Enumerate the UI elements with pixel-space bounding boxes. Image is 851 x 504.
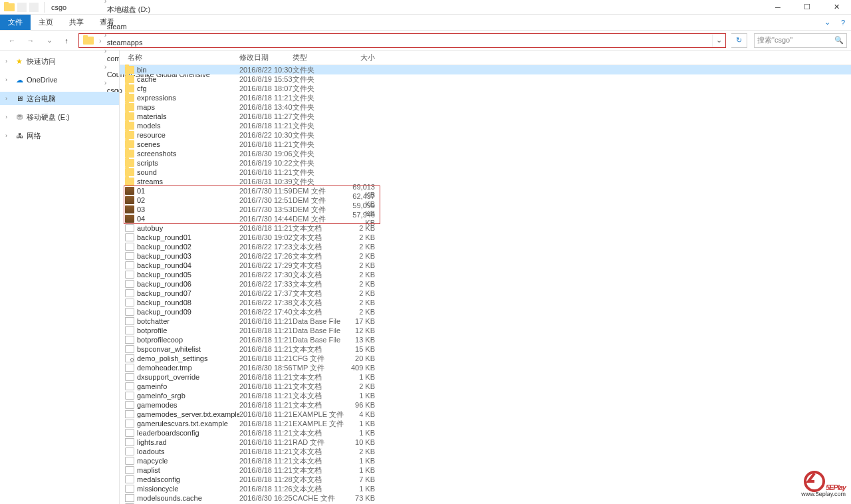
file-row[interactable]: expressions2016/8/18 11:21文件夹 xyxy=(120,93,851,102)
file-row[interactable]: gameinfo_srgb2016/8/18 11:21文本文档1 KB xyxy=(120,391,851,400)
nav-back-button[interactable]: ← xyxy=(4,33,20,49)
nav-network[interactable]: ›网络 xyxy=(0,129,119,142)
refresh-button[interactable]: ↻ xyxy=(731,33,747,48)
ribbon-tab-home[interactable]: 主页 xyxy=(31,15,61,30)
file-row[interactable]: backup_round042016/8/22 17:29文本文档2 KB xyxy=(120,261,851,270)
file-row[interactable]: sound2016/8/18 11:21文件夹 xyxy=(120,168,851,177)
file-size: 2 KB xyxy=(344,252,379,260)
col-header-name[interactable]: 名称 xyxy=(125,53,239,63)
col-header-size[interactable]: 大小 xyxy=(344,53,379,63)
file-row[interactable]: scripts2016/8/19 10:22文件夹 xyxy=(120,158,851,168)
file-row[interactable]: backup_round062016/8/22 17:33文本文档2 KB xyxy=(120,279,851,289)
file-row[interactable]: backup_round022016/8/22 17:23文本文档2 KB xyxy=(120,242,851,251)
file-row[interactable]: maplist2016/8/18 11:21文本文档1 KB xyxy=(120,465,851,475)
file-row[interactable]: gamemodes2016/8/18 11:21文本文档96 KB xyxy=(120,400,851,410)
file-row[interactable]: leaderboardsconfig2016/8/18 11:21文本文档1 K… xyxy=(120,428,851,438)
file-row[interactable]: backup_round032016/8/22 17:26文本文档2 KB xyxy=(120,251,851,261)
file-row[interactable]: mapcycle2016/8/18 11:21文本文档1 KB xyxy=(120,456,851,465)
qat-icon-1[interactable] xyxy=(17,3,27,12)
file-row[interactable]: gamemodes_server.txt.example2016/8/18 11… xyxy=(120,410,851,419)
address-bar[interactable]: › 这台电脑›本地磁盘 (D:)›steam›steamapps›common›… xyxy=(78,33,726,48)
file-row[interactable]: 022016/7/30 12:51DEM 文件62,437 KB xyxy=(120,195,851,205)
maximize-button[interactable]: ☐ xyxy=(792,0,822,15)
file-row[interactable]: botprofile2016/8/18 11:21Data Base File1… xyxy=(120,326,851,335)
file-icon xyxy=(125,317,134,325)
file-row[interactable]: demoheader.tmp2016/8/30 18:56TMP 文件409 K… xyxy=(120,363,851,372)
col-header-type[interactable]: 类型 xyxy=(293,53,344,63)
nav-removable-drive[interactable]: ›移动硬盘 (E:) xyxy=(0,110,119,124)
nav-onedrive[interactable]: ›OneDrive xyxy=(0,73,119,86)
file-row[interactable]: 032016/7/30 13:53DEM 文件59,095 KB xyxy=(120,205,851,214)
file-row[interactable]: botprofilecoop2016/8/18 11:21Data Base F… xyxy=(120,335,851,344)
file-row[interactable]: 012016/7/30 11:59DEM 文件69,013 KB xyxy=(120,186,851,195)
file-row[interactable]: resource2016/8/22 10:30文件夹 xyxy=(120,130,851,140)
file-row[interactable]: cfg2016/8/18 18:07文件夹 xyxy=(120,84,851,93)
file-row[interactable]: streams2016/8/31 10:39文件夹 xyxy=(120,177,851,186)
file-row[interactable]: maps2016/8/18 13:40文件夹 xyxy=(120,102,851,112)
col-header-date[interactable]: 修改日期 xyxy=(239,53,293,63)
txt-icon xyxy=(125,392,134,400)
file-row[interactable]: scenes2016/8/18 11:21文件夹 xyxy=(120,140,851,149)
folder-icon xyxy=(125,122,134,130)
file-row[interactable]: botchatter2016/8/18 11:21Data Base File1… xyxy=(120,316,851,326)
file-row[interactable]: missioncycle2016/8/18 11:26文本文档1 KB xyxy=(120,484,851,493)
nav-recent-dropdown[interactable]: ⌄ xyxy=(41,33,57,49)
nav-up-button[interactable]: ↑ xyxy=(60,33,73,49)
file-row[interactable]: lights.rad2016/8/18 11:21RAD 文件10 KB xyxy=(120,438,851,447)
file-row[interactable]: backup_round072016/8/22 17:37文本文档2 KB xyxy=(120,289,851,298)
dem-icon xyxy=(125,205,134,213)
file-row[interactable]: backup_round052016/8/22 17:30文本文档2 KB xyxy=(120,270,851,279)
file-row[interactable]: modelsounds.cache2016/8/30 16:25CACHE 文件… xyxy=(120,493,851,503)
close-button[interactable]: ✕ xyxy=(822,0,851,15)
file-row[interactable]: gameinfo2016/8/18 11:21文本文档2 KB xyxy=(120,382,851,391)
breadcrumb-sep-icon[interactable]: › xyxy=(98,37,103,45)
folder-icon xyxy=(125,75,134,83)
file-date: 2016/8/18 11:21 xyxy=(239,140,293,148)
qat-icon-2[interactable] xyxy=(29,3,39,12)
file-icon xyxy=(125,326,134,334)
file-row[interactable]: backup_round012016/8/30 19:02文本文档2 KB xyxy=(120,233,851,242)
nav-forward-button[interactable]: → xyxy=(23,33,39,49)
file-row[interactable]: materials2016/8/18 11:27文件夹 xyxy=(120,112,851,121)
breadcrumb-item[interactable]: 本地磁盘 (D:) xyxy=(103,5,214,15)
file-row[interactable]: bin2016/8/22 10:30文件夹 xyxy=(120,65,851,74)
ribbon-help-icon[interactable]: ? xyxy=(835,15,851,30)
file-row[interactable]: backup_round082016/8/22 17:38文本文档2 KB xyxy=(120,298,851,307)
file-row[interactable]: cache2016/8/19 15:53文件夹 xyxy=(120,74,851,84)
navbar: ← → ⌄ ↑ › 这台电脑›本地磁盘 (D:)›steam›steamapps… xyxy=(0,31,851,51)
file-type: Data Base File xyxy=(293,326,344,334)
minimize-button[interactable]: ─ xyxy=(763,0,792,15)
file-date: 2016/8/18 11:21 xyxy=(239,466,293,474)
search-icon[interactable]: 🔍 xyxy=(834,36,844,45)
ribbon-tab-share[interactable]: 共享 xyxy=(61,15,92,30)
breadcrumb-sep-icon[interactable]: › xyxy=(103,15,108,23)
file-row[interactable]: screenshots2016/8/30 19:06文件夹 xyxy=(120,149,851,158)
ribbon-expand-icon[interactable]: ⌄ xyxy=(819,15,835,30)
file-row[interactable]: bspconvar_whitelist2016/8/18 11:21文本文档15… xyxy=(120,344,851,354)
nav-this-pc[interactable]: ›这台电脑 xyxy=(0,92,119,105)
file-row[interactable]: medalsconfig2016/8/18 11:28文本文档7 KB xyxy=(120,475,851,484)
file-type: 文件夹 xyxy=(293,102,344,112)
qat-separator xyxy=(44,2,45,13)
file-row[interactable]: models2016/8/18 11:21文件夹 xyxy=(120,121,851,130)
folder-icon xyxy=(125,168,134,176)
breadcrumb-sep-icon[interactable]: › xyxy=(103,31,108,39)
file-row[interactable]: gamerulescvars.txt.example2016/8/18 11:2… xyxy=(120,419,851,428)
file-row[interactable]: loadouts2016/8/18 11:21文本文档2 KB xyxy=(120,447,851,456)
file-row[interactable]: 042016/7/30 14:44DEM 文件57,946 KB xyxy=(120,214,851,223)
nav-quick-access[interactable]: ›快速访问 xyxy=(0,55,119,68)
address-dropdown-icon[interactable]: ⌄ xyxy=(712,34,725,47)
file-name: bspconvar_whitelist xyxy=(137,345,239,353)
search-input[interactable]: 搜索"csgo" 🔍 xyxy=(754,33,847,48)
file-listing[interactable]: 名称 修改日期 类型 大小 bin2016/8/22 10:30文件夹cache… xyxy=(120,51,851,504)
file-name: scenes xyxy=(137,140,239,148)
ribbon-tab-file[interactable]: 文件 xyxy=(0,15,31,30)
file-row[interactable]: dxsupport_override2016/8/18 11:21文本文档1 K… xyxy=(120,372,851,382)
file-row[interactable]: demo_polish_settings2016/8/18 11:21CFG 文… xyxy=(120,354,851,363)
file-date: 2016/8/18 11:21 xyxy=(239,168,293,176)
breadcrumb-item[interactable]: steamapps xyxy=(103,39,214,47)
file-row[interactable]: backup_round092016/8/22 17:40文本文档2 KB xyxy=(120,307,851,316)
file-name: gameinfo xyxy=(137,382,239,390)
breadcrumb-item[interactable]: steam xyxy=(103,23,214,31)
file-row[interactable]: autobuy2016/8/18 11:21文本文档2 KB xyxy=(120,223,851,233)
